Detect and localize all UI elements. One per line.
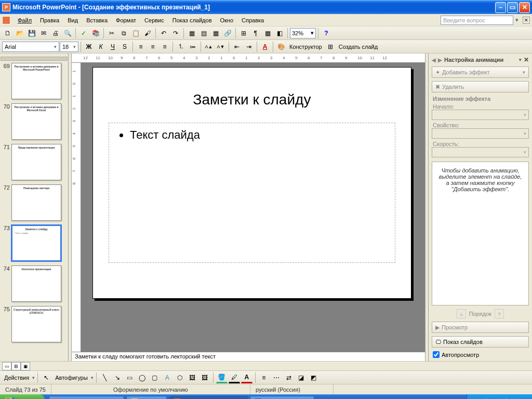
show-formatting-button[interactable]: ¶ (250, 28, 261, 39)
zoom-select[interactable]: 32%▾ (290, 28, 316, 38)
help-dropdown-icon[interactable]: ▾ (515, 17, 518, 23)
research-button[interactable]: 📚 (90, 28, 101, 39)
new-slide-icon[interactable]: ⊞ (325, 41, 336, 52)
autopreview-checkbox[interactable]: Автопросмотр (430, 349, 531, 360)
taskbar-item[interactable]: Microsoft PowerPoint ... (169, 396, 248, 399)
thumbnail-row[interactable]: 72 Помощники лектора (1, 184, 68, 221)
thumbnail-row[interactable]: 70 Построение и вставка диаграмм в Micro… (1, 103, 68, 140)
thumbnail-slide[interactable]: Построение и вставка диаграмм в Microsof… (11, 63, 61, 99)
insert-table-button[interactable] (198, 28, 209, 39)
line-style-button[interactable]: ≡ (258, 372, 270, 383)
paste-button[interactable] (130, 28, 141, 39)
new-slide-button[interactable]: Создать слайд (339, 44, 378, 50)
rectangle-button[interactable]: ▭ (124, 372, 136, 383)
new-button[interactable] (2, 28, 14, 39)
thumbnail-row[interactable]: 74 Носители презентации (1, 265, 68, 302)
color-grayscale-button[interactable]: ◧ (274, 28, 285, 39)
slide-title-placeholder[interactable]: Заметки к слайду (109, 91, 395, 108)
3d-style-button[interactable]: ◩ (308, 372, 320, 383)
print-preview-button[interactable]: 🔍 (62, 28, 73, 39)
dash-style-button[interactable]: ⋯ (271, 372, 282, 383)
italic-button[interactable] (95, 41, 107, 52)
clipart-button[interactable]: 🖼 (187, 372, 198, 383)
line-button[interactable]: ╲ (99, 372, 111, 383)
sorter-view-button[interactable]: ⊞ (11, 362, 21, 370)
cut-button[interactable] (106, 28, 117, 39)
underline-button[interactable] (107, 41, 118, 52)
font-size-select[interactable]: 18▾ (60, 42, 78, 52)
menu-slideshow[interactable]: Показ слайдов (168, 16, 216, 24)
menu-window[interactable]: Окно (216, 16, 238, 24)
oval-button[interactable]: ◯ (137, 372, 148, 383)
task-pane-close-icon[interactable]: ✕ (524, 56, 529, 63)
menu-view[interactable]: Вид (63, 16, 82, 24)
mdi-close-button[interactable]: ✕ (523, 17, 530, 24)
thumbnail-row[interactable]: 71 Представление презентации (1, 144, 68, 180)
shadow-button[interactable] (119, 41, 130, 52)
save-button[interactable] (26, 28, 37, 39)
drawing-actions-menu[interactable]: Действия (4, 375, 29, 381)
tables-borders-button[interactable]: ▦ (210, 28, 221, 39)
add-effect-button[interactable]: ✦ Добавить эффект ▾ (432, 66, 529, 78)
textbox-button[interactable]: ▢ (149, 372, 161, 383)
wordart-button[interactable]: A (162, 372, 173, 383)
font-color-button-2[interactable]: А (241, 372, 252, 383)
status-language[interactable]: русский (Россия) (250, 384, 334, 394)
copy-button[interactable] (118, 28, 129, 39)
close-button[interactable]: ✕ (519, 2, 530, 13)
design-button[interactable]: Конструктор (289, 44, 322, 50)
slideshow-button[interactable]: 🖵 Показ слайдов (432, 336, 529, 348)
decrease-font-button[interactable] (215, 41, 227, 52)
numbered-list-button[interactable] (175, 41, 187, 52)
thumbnail-row[interactable]: 73 Заметки к слайду• Текст слайда (1, 225, 68, 261)
menu-format[interactable]: Формат (112, 16, 140, 24)
arrow-style-button[interactable]: ⇄ (283, 372, 295, 383)
autopreview-input[interactable] (433, 351, 440, 358)
shadow-style-button[interactable]: ◪ (296, 372, 307, 383)
expand-all-button[interactable]: ⊞ (238, 28, 249, 39)
bold-button[interactable] (83, 41, 95, 52)
task-pane-dropdown-icon[interactable]: ▾ (519, 57, 522, 62)
thumbnail-slide[interactable]: Представление презентации (11, 144, 61, 180)
increase-indent-button[interactable]: ⇥ (243, 41, 255, 52)
taskbar-item[interactable]: Adobe Photoshop (250, 396, 314, 399)
help-button[interactable] (321, 28, 332, 39)
slideshow-view-button[interactable]: ▣ (21, 362, 30, 370)
font-color-button[interactable]: А (259, 41, 271, 52)
decrease-indent-button[interactable]: ⇤ (231, 41, 243, 52)
thumbnail-row[interactable]: 75 Структурный компьютерный класс (СПбГА… (1, 306, 68, 342)
fill-color-button[interactable]: 🪣 (216, 372, 228, 383)
task-pane-forward-icon[interactable]: ▶ (438, 57, 442, 63)
insert-hyperlink-button[interactable]: 🔗 (222, 28, 233, 39)
thumbnail-slide[interactable]: Заметки к слайду• Текст слайда (11, 225, 61, 261)
autoshapes-menu[interactable]: Автофигуры (55, 375, 88, 381)
thumbnail-row[interactable]: 69 Построение и вставка диаграмм в Micro… (1, 63, 68, 99)
mail-button[interactable] (38, 28, 49, 39)
align-right-button[interactable] (159, 41, 170, 52)
line-color-button[interactable]: 🖊 (229, 372, 240, 383)
insert-chart-button[interactable] (186, 28, 197, 39)
format-painter-button[interactable]: 🖌 (142, 28, 153, 39)
arrow-button[interactable]: ↘ (112, 372, 123, 383)
align-left-button[interactable] (135, 41, 147, 52)
select-objects-button[interactable]: ↖ (41, 372, 52, 383)
slide-canvas[interactable]: Заметки к слайду Текст слайда (92, 67, 411, 299)
thumbnail-slide[interactable]: Помощники лектора (11, 184, 61, 221)
thumbnail-slide[interactable]: Структурный компьютерный класс (СПбГАСУ) (11, 306, 61, 342)
align-center-button[interactable] (147, 41, 158, 52)
menu-help[interactable]: Справка (237, 16, 268, 24)
menu-edit[interactable]: Правка (36, 16, 63, 24)
slide-editor[interactable]: 1012345678 Заметки к слайду Текст слайда (72, 63, 425, 352)
spellcheck-button[interactable] (78, 28, 89, 39)
slide-thumbnails-panel[interactable]: 69 Построение и вставка диаграмм в Micro… (0, 54, 69, 361)
menu-insert[interactable]: Вставка (82, 16, 112, 24)
taskbar-item[interactable]: декабрь (126, 396, 167, 399)
notes-pane[interactable]: Заметки к сладу помогают готовить лектор… (72, 352, 425, 361)
mdi-app-icon[interactable] (2, 16, 10, 24)
redo-button[interactable] (170, 28, 181, 39)
bulleted-list-button[interactable] (187, 41, 198, 52)
font-name-select[interactable]: Arial▾ (2, 42, 59, 52)
minimize-button[interactable]: – (495, 2, 506, 13)
undo-button[interactable] (158, 28, 169, 39)
slide-body-placeholder[interactable]: Текст слайда (109, 123, 395, 263)
